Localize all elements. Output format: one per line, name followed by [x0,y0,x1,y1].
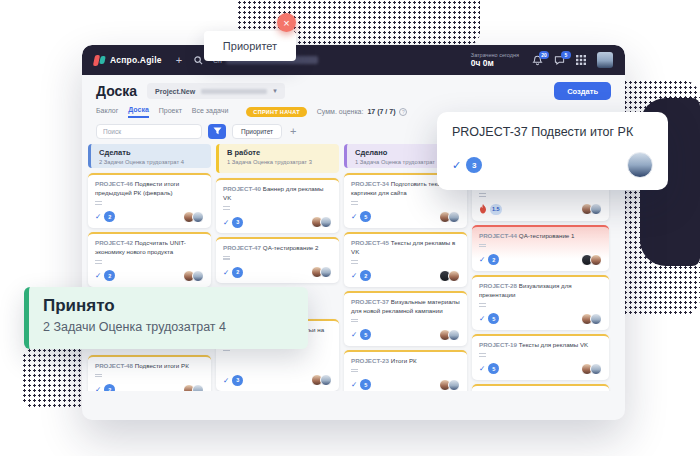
page: Аспро.Agile + Сп Затрачено сегодня 0ч 0м… [0,0,700,456]
tab-all-tasks[interactable]: Все задачи [192,107,229,117]
project-name: Project.New [155,88,195,95]
avatar [590,254,602,266]
task-card[interactable]: PROJECT-45Тексты для рекламы в VK ✓ 2 [344,232,467,287]
avatar [590,203,602,215]
accepted-title: Принято [43,296,294,316]
task-card[interactable]: PROJECT-37Визуальные материалы для новой… [344,291,467,346]
logo-icon [94,55,105,66]
description-icon [223,256,230,261]
points-badge: 2 [104,270,115,281]
search-icon[interactable] [194,56,203,65]
task-card[interactable]: PROJECT-46Подвести итоги предыдущей РК (… [88,173,211,228]
task-card[interactable]: PROJECT-28Визуализация для презентации ✓… [472,275,609,330]
tab-board[interactable]: Доска [128,106,149,118]
filter-button[interactable] [208,124,226,139]
avatar [192,211,204,223]
quick-add-icon[interactable]: + [176,55,182,66]
sprint-status-badge: СПРИНТ НАЧАТ [246,107,306,117]
task-card[interactable]: PROJECT-23Итоги РК ✓ 5 [344,350,467,391]
description-icon [351,260,358,265]
task-id: PROJECT-45 [351,239,389,246]
create-button[interactable]: Создать [554,82,611,100]
info-icon[interactable]: ? [399,108,407,116]
check-icon: ✓ [95,271,101,280]
avatar [590,363,602,375]
description-icon [351,319,358,324]
column-header[interactable]: Сделать 2 Задачи Оценка трудозатрат 4 [88,144,211,168]
avatar [448,270,460,282]
avatar [320,266,332,278]
task-card[interactable]: PROJECT-19Тексты для рекламы VK ✓ 5 [472,334,609,380]
priority-filter-button[interactable]: Приоритет [232,124,282,139]
time-tracked-value: 0ч 0м [471,58,519,68]
task-title: QA-тестирование 1 [519,232,575,239]
card-preview-popup[interactable]: PROJECT-37 Подвести итог РК ✓ 3 [437,112,668,190]
task-card[interactable]: PROJECT-47QA-тестирование 2 ✓ 2 [216,237,339,283]
task-card[interactable]: PROJECT-44QA-тестирование 1 ✓ 2 [472,225,609,271]
column-header[interactable]: В работе 1 Задача Оценка трудозатрат 3 [216,144,339,173]
messages-button[interactable]: 5 [554,55,565,66]
avatar [448,329,460,341]
check-icon: ✓ [479,255,485,264]
task-id: PROJECT-44 [479,232,517,239]
check-icon: ✓ [223,218,229,227]
avatar [590,313,602,325]
points-badge: 1.5 [490,204,502,215]
score-value: 17 (7 / 7) [367,108,395,115]
check-icon: ✓ [351,271,357,280]
task-id: PROJECT-47 [223,244,261,251]
column-title: Сделать [99,148,203,157]
points-badge: 2 [360,270,371,281]
app-name: Аспро.Agile [110,55,162,65]
column-todo: Сделать 2 Задачи Оценка трудозатрат 4 PR… [88,144,211,391]
page-title: Доска [96,83,137,99]
check-icon: ✓ [479,314,485,323]
check-icon: ✓ [351,212,357,221]
task-card[interactable]: PROJECT-16Подвести итоги РК [472,384,609,391]
column-in-progress: В работе 1 Задача Оценка трудозатрат 3 P… [216,144,339,391]
task-title: QA-тестирование 2 [263,244,319,251]
task-id: PROJECT-19 [479,341,517,348]
search-input[interactable] [96,124,202,139]
score-label: Сумм. оценка: [317,108,364,115]
task-card[interactable]: PROJECT-48Подвести итоги РК ✓ 2 [88,355,211,391]
apps-grid-icon[interactable] [576,55,586,65]
task-card[interactable]: PROJECT-40Баннер для рекламы VK ✓ 3 [216,178,339,233]
points-badge: 3 [466,157,482,173]
points-badge: 5 [360,211,371,222]
check-icon: ✓ [95,212,101,221]
check-icon: ✓ [452,159,461,172]
close-icon[interactable]: × [277,13,296,32]
task-title: Тексты для рекламы VK [519,341,588,348]
app-window: Аспро.Agile + Сп Затрачено сегодня 0ч 0м… [82,45,625,420]
check-icon: ✓ [479,364,485,373]
app-logo[interactable]: Аспро.Agile [94,55,162,66]
funnel-icon [213,127,222,135]
check-icon: ✓ [95,385,101,391]
description-icon [95,374,102,379]
description-icon [351,201,358,206]
accepted-column-popup: Принято 2 Задачи Оценка трудозатрат 4 [24,287,308,349]
project-selector[interactable]: Project.New ▾ [147,83,285,99]
task-title: Подвести итоги РК [135,362,189,369]
priority-tooltip: Приоритет [204,31,296,61]
description-icon [479,303,486,308]
description-icon [95,260,102,265]
points-badge: 5 [488,313,499,324]
tab-project[interactable]: Проект [159,107,182,117]
tab-backlog[interactable]: Баклог [96,107,118,117]
description-icon [351,369,358,374]
add-filter-button[interactable]: + [288,126,298,137]
task-card[interactable]: PROJECT-42Подсчитать UNIT-экономику ново… [88,232,211,287]
avatar [192,384,204,391]
accepted-meta: 2 Задачи Оценка трудозатрат 4 [43,320,294,334]
task-id: PROJECT-46 [95,180,133,187]
notifications-button[interactable]: 20 [532,55,543,66]
avatar [192,270,204,282]
points-badge: 5 [360,379,371,390]
chevron-down-icon: ▾ [273,87,277,95]
avatar [448,379,460,391]
avatar [320,216,332,228]
points-badge: 2 [488,254,499,265]
user-avatar[interactable] [597,52,613,68]
